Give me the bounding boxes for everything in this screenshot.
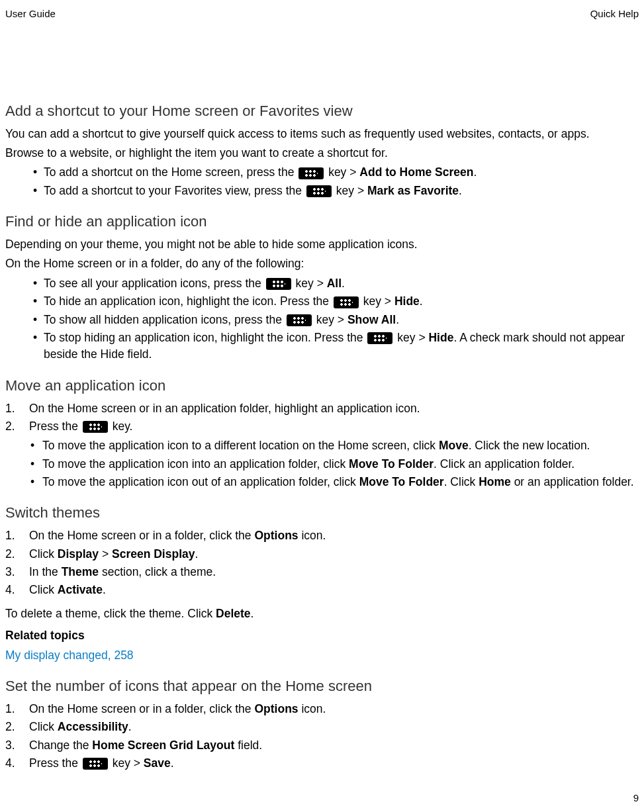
section-title-find-hide: Find or hide an application icon [5,211,639,232]
text: key [113,756,130,770]
text-bold: Delete [216,607,251,620]
menu-key-icon [299,167,324,179]
text-bold: Hide [394,294,420,308]
text: section, click a theme. [99,565,216,578]
text-bold: Move To Folder [359,475,444,488]
text: To stop hiding an application icon, high… [44,331,366,344]
section-title-icon-count: Set the number of icons that appear on t… [5,676,639,697]
section-title-shortcut: Add a shortcut to your Home screen or Fa… [5,101,639,122]
list-item: To move the application icon to a differ… [29,437,639,454]
body-text: Depending on your theme, you might not b… [5,236,639,253]
text: Press the [29,420,81,433]
text-bold: Display [58,547,99,561]
list-item: To see all your application icons, press… [5,275,639,292]
page-header: User Guide Quick Help [5,7,639,21]
text: To move the application icon to a differ… [42,439,439,452]
text: > [354,184,367,197]
text-bold: Hide [428,331,453,344]
text: Change the [29,739,92,752]
header-left: User Guide [5,7,56,21]
body-text: You can add a shortcut to give yourself … [5,126,639,142]
text: . [342,277,345,290]
text: . Click the new location. [469,439,590,452]
text: Click [29,720,58,733]
menu-key-icon [367,332,392,344]
text: > [346,165,359,179]
text: field. [234,739,262,752]
section-title-switch-themes: Switch themes [5,502,639,523]
text: key [363,294,381,308]
text: > [381,294,394,308]
section-title-move-icon: Move an application icon [5,375,639,396]
text: key [296,277,314,290]
list-item: To add a shortcut to your Favorites view… [5,183,639,199]
text: key. [109,420,133,433]
text: key [316,313,334,326]
text: key [328,165,346,179]
text: Press the [29,756,81,770]
bullet-list: To add a shortcut on the Home screen, pr… [5,164,639,199]
text-bold: Screen Display [112,547,195,561]
list-item: Press the key. To move the application i… [5,418,639,491]
text: Click [29,547,58,561]
text: On the Home screen or in a folder, click… [29,529,254,542]
list-item: To hide an application icon, highlight t… [5,293,639,310]
text: > [416,331,429,344]
text-bold: Home [479,475,511,488]
text: key [397,331,415,344]
text: To show all hidden application icons, pr… [44,313,285,326]
list-item: Click Display > Screen Display. [5,546,639,563]
text: icon. [299,529,326,542]
list-item: To move the application icon out of an a… [29,474,639,490]
step-list: On the Home screen or in a folder, click… [5,701,639,772]
text: On the Home screen or in an application … [29,402,420,415]
text-bold: Theme [62,565,99,578]
text: . [103,583,106,596]
list-item: Click Activate. [5,582,639,598]
text: > [314,277,327,290]
text-bold: Save [144,756,171,770]
text: . Click [444,475,479,488]
text: > [130,756,144,770]
list-item: To show all hidden application icons, pr… [5,312,639,328]
text-bold: All [327,277,342,290]
text: To delete a theme, click the theme. Clic… [5,607,216,620]
text: . [420,294,423,308]
text: or an application folder. [511,475,634,488]
text: To add a shortcut on the Home screen, pr… [44,165,297,179]
text: In the [29,565,62,578]
text-bold: Move To Folder [349,457,434,471]
text-bold: Activate [58,583,103,596]
menu-key-icon [83,421,108,433]
text: To move the application icon out of an a… [42,475,359,488]
menu-key-icon [287,314,312,326]
text: To hide an application icon, highlight t… [44,294,332,308]
header-right: Quick Help [590,7,639,21]
text: icon. [299,702,326,715]
text: > [99,547,112,561]
text-bold: Home Screen Grid Layout [92,739,234,752]
text: > [334,313,347,326]
list-item: In the Theme section, click a theme. [5,564,639,580]
step-list: On the Home screen or in an application … [5,400,639,491]
related-link[interactable]: My display changed, 258 [5,649,134,662]
text: . Click an application folder. [434,457,575,471]
text: . [128,720,132,733]
related-topics-header: Related topics [5,627,639,644]
body-text: On the Home screen or in a folder, do an… [5,255,639,272]
menu-key-icon [306,185,332,197]
body-text: Browse to a website, or highlight the it… [5,145,639,161]
text: On the Home screen or in a folder, click… [29,702,254,715]
sub-bullet-list: To move the application icon to a differ… [29,437,639,490]
list-item: To stop hiding an application icon, high… [5,330,639,363]
list-item: Click Accessibility. [5,719,639,735]
list-item: To add a shortcut on the Home screen, pr… [5,164,639,181]
text-bold: Options [254,529,298,542]
text: Click [29,583,58,596]
list-item: To move the application icon into an app… [29,456,639,473]
text: To move the application icon into an app… [42,457,349,471]
text-bold: Move [439,439,469,452]
text-bold: Add to Home Screen [359,165,473,179]
text: . [459,184,462,197]
text: . [473,165,477,179]
